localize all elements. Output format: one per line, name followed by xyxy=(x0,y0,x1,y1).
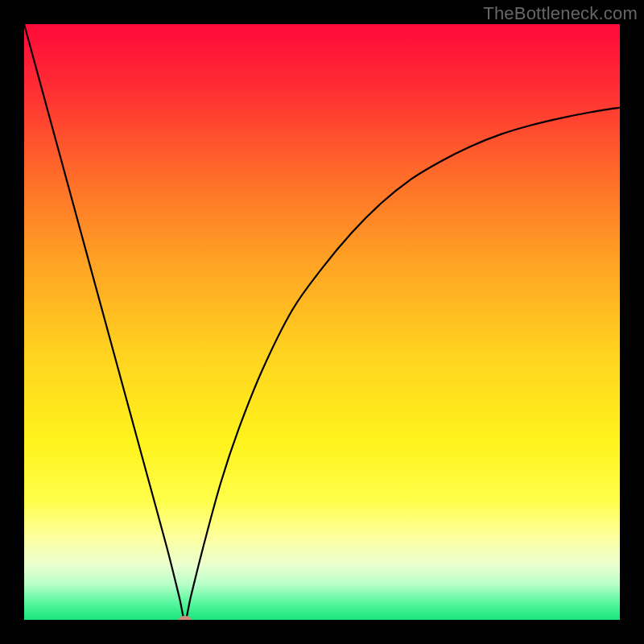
watermark-text: TheBottleneck.com xyxy=(483,3,638,24)
chart-frame: TheBottleneck.com xyxy=(0,0,644,644)
bottleneck-chart xyxy=(24,24,620,620)
plot-area xyxy=(24,24,620,620)
gradient-background xyxy=(24,24,620,620)
